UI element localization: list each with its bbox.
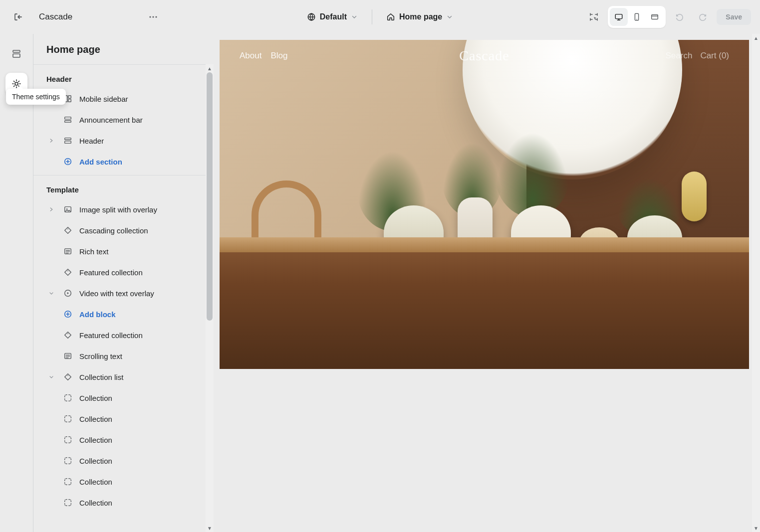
locale-label: Default (320, 12, 347, 21)
site-header: About Blog Cascade Search Cart (0) (220, 51, 749, 61)
section-row[interactable]: Header (33, 130, 214, 151)
site-nav: About Blog (240, 51, 287, 61)
section-row[interactable]: Collection list (33, 366, 214, 387)
block-icon (62, 414, 73, 423)
redo-icon[interactable] (694, 8, 712, 26)
chevron-down-icon (446, 13, 453, 20)
chevron-down-icon[interactable] (46, 290, 56, 296)
sidebar-scrollbar[interactable]: ▲ ▼ (206, 64, 214, 532)
image-icon (62, 205, 73, 214)
preview-canvas[interactable]: About Blog Cascade Search Cart (0) (220, 40, 749, 369)
section-row[interactable]: Featured collection (33, 262, 214, 283)
inspector-icon[interactable] (585, 8, 603, 26)
save-button[interactable]: Save (717, 9, 751, 25)
add-row[interactable]: Add section (33, 151, 214, 172)
section-row[interactable]: Image split with overlay (33, 199, 214, 220)
row-label: Featured collection (79, 268, 143, 277)
preview-scrollbar[interactable]: ▲ ▼ (752, 34, 760, 532)
section-row[interactable]: Video with text overlay (33, 283, 214, 304)
row-label: Collection (79, 415, 112, 423)
chevron-down-icon (351, 13, 358, 20)
section-row[interactable]: Collection (33, 429, 214, 450)
section-row[interactable]: Scrolling text (33, 346, 214, 366)
cart-link[interactable]: Cart (0) (700, 51, 729, 61)
site-logo[interactable]: Cascade (459, 48, 509, 64)
text-icon (62, 247, 73, 256)
header-icon (62, 136, 73, 145)
chevron-right-icon[interactable] (46, 206, 56, 212)
row-label: Collection (79, 394, 112, 402)
exit-icon[interactable] (9, 8, 27, 26)
desktop-view-button[interactable] (610, 8, 628, 26)
theme-settings-tooltip: Theme settings (6, 89, 66, 105)
row-label: Collection (79, 478, 112, 486)
svg-rect-7 (652, 15, 658, 19)
scroll-up-icon[interactable]: ▲ (752, 34, 760, 42)
section-row[interactable]: Collection (33, 450, 214, 471)
svg-point-21 (67, 228, 68, 229)
plus-circle-icon (62, 157, 73, 166)
row-label: Featured collection (79, 331, 143, 340)
scroll-up-icon[interactable]: ▲ (206, 64, 214, 72)
svg-rect-12 (68, 96, 71, 98)
svg-point-2 (156, 16, 157, 17)
row-label: Collection (79, 499, 112, 507)
svg-rect-13 (68, 99, 71, 102)
section-row[interactable]: Announcement bar (33, 109, 214, 130)
locale-select[interactable]: Default (302, 9, 363, 24)
row-label: Collection list (79, 373, 123, 381)
section-row[interactable]: Collection (33, 492, 214, 513)
svg-point-10 (15, 82, 18, 85)
section-row[interactable]: Collection (33, 471, 214, 492)
row-label: Image split with overlay (79, 205, 157, 214)
mobile-view-button[interactable] (628, 8, 646, 26)
page-select[interactable]: Home page (381, 9, 458, 24)
scroll-down-icon[interactable]: ▼ (206, 524, 214, 532)
scroll-down-icon[interactable]: ▼ (752, 524, 760, 532)
nav-link-blog[interactable]: Blog (270, 51, 287, 61)
sidebar-title: Home page (33, 34, 214, 64)
topbar: Cascade Default Home page (0, 0, 760, 34)
tag-icon (62, 331, 73, 340)
row-label: Header (79, 137, 104, 145)
undo-icon[interactable] (671, 8, 689, 26)
row-label: Video with text overlay (79, 289, 154, 298)
section-row[interactable]: Featured collection (33, 325, 214, 346)
divider (372, 9, 372, 24)
video-icon (62, 289, 73, 298)
topbar-center: Default Home page (256, 9, 504, 24)
block-icon (62, 456, 73, 465)
table-illustration (220, 237, 749, 369)
section-row[interactable]: Rich text (33, 241, 214, 262)
svg-rect-17 (65, 141, 71, 144)
svg-point-23 (67, 270, 68, 271)
svg-rect-4 (616, 14, 623, 19)
section-row[interactable]: Cascading collection (33, 220, 214, 241)
svg-point-26 (67, 333, 68, 334)
add-row[interactable]: Add block (33, 304, 214, 325)
sections-tab-icon[interactable] (5, 43, 27, 65)
section-row[interactable]: Collection (33, 387, 214, 408)
fullwidth-view-button[interactable] (646, 8, 664, 26)
svg-rect-15 (65, 121, 71, 123)
section-row[interactable]: Collection (33, 408, 214, 429)
tag-icon (62, 268, 73, 277)
hero-image (220, 40, 749, 369)
nav-link-about[interactable]: About (240, 51, 261, 61)
plus-circle-icon (62, 310, 73, 319)
search-link[interactable]: Search (666, 51, 693, 61)
scroll-track[interactable] (206, 72, 214, 524)
globe-icon (307, 12, 316, 21)
sidebar-group: TemplateImage split with overlayCascadin… (33, 175, 214, 516)
text-icon (62, 352, 73, 360)
preview-pane: About Blog Cascade Search Cart (0) ▲ ▼ (214, 34, 760, 532)
left-rail: Theme settings (0, 34, 33, 532)
chevron-right-icon[interactable] (46, 138, 56, 144)
more-icon[interactable] (144, 8, 162, 26)
svg-point-6 (637, 19, 638, 20)
row-label: Add section (79, 158, 122, 166)
block-icon (62, 393, 73, 402)
svg-rect-9 (13, 54, 20, 57)
scroll-thumb[interactable] (207, 72, 213, 321)
chevron-down-icon[interactable] (46, 374, 56, 380)
